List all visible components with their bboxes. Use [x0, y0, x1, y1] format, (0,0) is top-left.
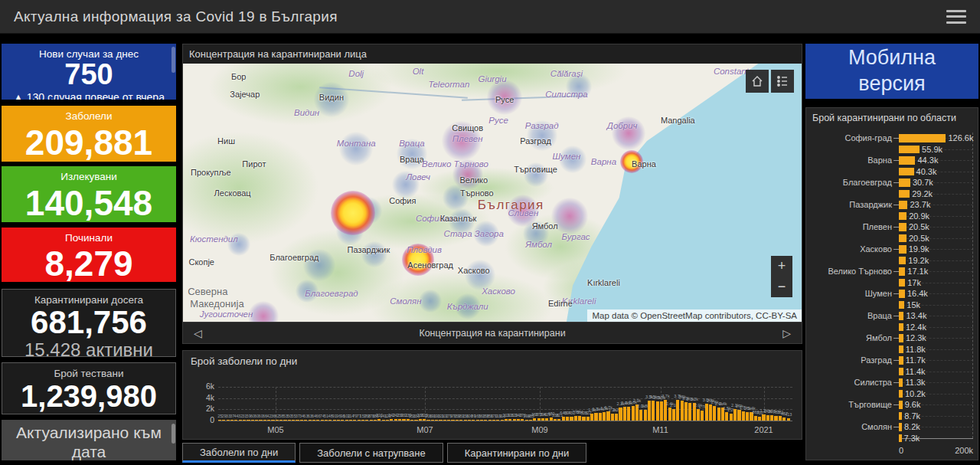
- daily-bar: [345, 420, 348, 421]
- hamburger-menu-icon[interactable]: [946, 10, 966, 24]
- region-label: Плевен: [806, 222, 892, 231]
- region-bar[interactable]: [899, 257, 906, 265]
- region-row: 40.3k: [806, 166, 973, 178]
- mobile-version-button[interactable]: Мобилна версия: [805, 44, 978, 99]
- x-axis-tick: 2021: [754, 425, 773, 434]
- region-bar[interactable]: [899, 190, 910, 198]
- x-axis-tick: M07: [416, 425, 433, 434]
- infected-title: Заболели: [2, 106, 176, 122]
- region-bar[interactable]: [899, 212, 906, 221]
- region-bar[interactable]: [899, 223, 906, 231]
- region-bar[interactable]: [899, 368, 903, 376]
- daily-bar: [230, 420, 234, 421]
- region-bar-zone: 13.4k: [899, 310, 973, 322]
- regions-bar-chart[interactable]: София-град126.6k55.9kВарна44.3k40.3kБлаг…: [806, 133, 973, 438]
- daily-bar: [349, 420, 352, 421]
- terrain-patch: [183, 131, 319, 244]
- region-bar[interactable]: [899, 401, 903, 409]
- map-label-city: Пирот: [242, 159, 266, 169]
- tab-1[interactable]: Заболели по дни: [182, 443, 296, 463]
- carousel-next-icon[interactable]: ▷: [782, 327, 791, 339]
- region-value: 126.6k: [948, 133, 973, 142]
- map-label-region: Стара Загора: [444, 229, 504, 238]
- region-tick: [893, 382, 899, 383]
- region-bar-zone: 8.2k: [899, 421, 973, 433]
- region-bar[interactable]: [899, 412, 902, 421]
- card-deaths: Починали 8,279: [2, 228, 176, 282]
- region-bar[interactable]: [899, 434, 902, 443]
- region-tick: [893, 271, 899, 272]
- zoom-out-button[interactable]: −: [771, 277, 792, 297]
- map-label-city: Пазарджик: [348, 245, 390, 254]
- daily-bar: [632, 406, 635, 421]
- region-bar[interactable]: [899, 201, 907, 209]
- region-value: 15k: [906, 300, 920, 309]
- daily-cases-chart[interactable]: 6k4k2k0M05M07M09M11202125293337443231596…: [218, 387, 792, 421]
- card-scrollbar[interactable]: [172, 47, 175, 73]
- region-bar-zone: 9.6k: [899, 399, 973, 411]
- tab-2[interactable]: Заболели с натрупване: [299, 443, 443, 463]
- region-bar[interactable]: [899, 279, 905, 287]
- map-label-region: Кюстендил: [190, 234, 238, 244]
- daily-chart-title: Брой заболели по дни: [183, 351, 802, 367]
- region-value: 16.4k: [907, 289, 928, 298]
- region-bar[interactable]: [899, 356, 903, 365]
- new-cases-delta: ▲ 130 случая повече от вчера: [2, 91, 176, 100]
- region-bar[interactable]: [899, 334, 903, 342]
- daily-bar-label: 2.4k: [719, 401, 727, 406]
- carousel-prev-icon[interactable]: ◁: [194, 327, 202, 339]
- daily-bar: [431, 420, 434, 421]
- daily-bar: [423, 419, 426, 421]
- map-label-region: Враца: [399, 139, 425, 148]
- region-bar[interactable]: [899, 234, 906, 243]
- daily-bar: [414, 420, 417, 421]
- daily-bar: [333, 420, 336, 421]
- region-row: 29.2k: [806, 188, 973, 200]
- daily-bar: [353, 420, 356, 421]
- region-bar[interactable]: [899, 290, 905, 298]
- daily-bar-label: 413: [785, 412, 792, 417]
- region-bar[interactable]: [899, 423, 902, 431]
- map-label-city: Разград: [520, 136, 551, 146]
- daily-bar: [386, 420, 389, 421]
- daily-bar: [529, 420, 532, 421]
- map-label-city: Edirne: [548, 299, 573, 308]
- daily-bar: [725, 412, 728, 421]
- region-bar[interactable]: [899, 390, 903, 398]
- map-label-region: Giurgiu: [478, 74, 506, 84]
- map-label-region: Dolj: [348, 69, 364, 78]
- heat-blob: [339, 132, 373, 165]
- region-value: 11.4k: [906, 367, 926, 376]
- region-bar[interactable]: [899, 178, 910, 187]
- region-bar[interactable]: [899, 156, 915, 165]
- daily-bar: [713, 406, 716, 421]
- daily-bar: [377, 419, 381, 421]
- region-label: Варна: [806, 156, 892, 165]
- tab-3[interactable]: Карантинирани по дни: [447, 443, 587, 463]
- home-icon[interactable]: [746, 70, 769, 93]
- region-bar[interactable]: [899, 168, 914, 176]
- card-scrollbar[interactable]: [172, 424, 175, 444]
- region-bar-zone: 19.9k: [899, 244, 973, 255]
- region-bar[interactable]: [899, 378, 903, 387]
- region-row: 11.4k: [806, 366, 973, 378]
- region-bar[interactable]: [899, 146, 920, 154]
- region-row: Смолян8.2k: [806, 421, 973, 433]
- daily-bar: [304, 420, 307, 421]
- region-value: 20.5k: [909, 234, 929, 243]
- region-bar[interactable]: [899, 245, 906, 254]
- zoom-in-button[interactable]: +: [771, 256, 792, 277]
- daily-bar: [603, 412, 606, 421]
- region-bar[interactable]: [899, 323, 903, 332]
- region-bar[interactable]: [899, 267, 905, 276]
- infected-value: 209,881: [2, 124, 176, 161]
- daily-bar: [701, 411, 704, 421]
- map-label-region: Русе: [488, 116, 508, 125]
- region-row: 11.8k: [806, 344, 973, 355]
- region-bar[interactable]: [899, 312, 903, 320]
- region-bar[interactable]: [899, 301, 904, 309]
- legend-list-icon[interactable]: [771, 70, 794, 93]
- quarantine-heatmap[interactable]: БорЗајечарВидинВидинDoljOltTeleormanGiur…: [183, 64, 802, 322]
- region-bar[interactable]: [899, 345, 903, 354]
- region-bar[interactable]: [899, 134, 946, 142]
